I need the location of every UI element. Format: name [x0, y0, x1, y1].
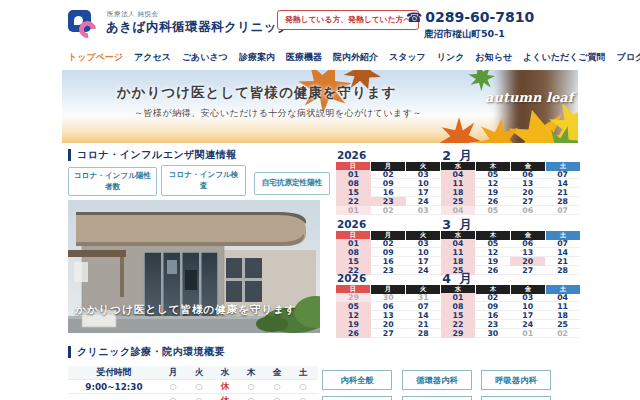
- calendar-date-cell: 02: [545, 329, 580, 338]
- calendar-date-cell: 19: [475, 257, 510, 266]
- nav-item-7[interactable]: リンク: [437, 51, 465, 64]
- calendar-date-cell: 16: [371, 257, 406, 266]
- hours-time: 9:00~12:30: [68, 382, 160, 392]
- calendar-date-cell: 09: [371, 179, 406, 188]
- photo-caption: かかりつけ医として皆様の健康を守ります: [75, 303, 297, 317]
- nav-item-5[interactable]: 院内外紹介: [333, 51, 378, 64]
- calendar-date-cell: 04: [441, 170, 476, 179]
- calendar-date-cell: 24: [406, 197, 441, 206]
- calendar-date-cell: 25: [441, 197, 476, 206]
- calendar-date-cell: 11: [441, 248, 476, 257]
- department-button-row2-1[interactable]: [402, 396, 472, 400]
- nav-item-3[interactable]: 診療案内: [239, 51, 275, 64]
- calendar-date-cell: 20: [371, 320, 406, 329]
- calendar-date-cell: 15: [336, 188, 371, 197]
- calendar-date-cell: 04: [545, 293, 580, 302]
- calendar-date-cell: 12: [475, 179, 510, 188]
- calendar-date-cell: 03: [510, 293, 545, 302]
- calendar-date-cell: 01: [510, 329, 545, 338]
- calendar-date-cell: 02: [371, 206, 406, 215]
- department-button-row2-2[interactable]: [481, 396, 551, 400]
- calendar-date-cell: 06: [510, 170, 545, 179]
- hours-header-cell: 月: [160, 367, 186, 379]
- calendar-date-cell: 22: [336, 197, 371, 206]
- department-button-2[interactable]: 呼吸器内科: [481, 370, 551, 390]
- nav-item-0[interactable]: トップページ: [68, 51, 123, 64]
- calendar-date-cell: 06: [371, 302, 406, 311]
- calendar-date-cell: 11: [545, 302, 580, 311]
- corona-info-button-2[interactable]: 自宅抗原定性陽性: [254, 172, 330, 195]
- nav-item-9[interactable]: よくいただくご質問: [523, 51, 605, 64]
- department-button-0[interactable]: 内科全般: [322, 370, 392, 390]
- calendar-date-cell: 04: [441, 239, 476, 248]
- calendar-date-cell: 02: [475, 293, 510, 302]
- nav-item-1[interactable]: アクセス: [134, 51, 171, 64]
- calendar-date-cell: 14: [545, 179, 580, 188]
- calendar-date-cell: 14: [545, 248, 580, 257]
- section-bar: [68, 346, 71, 358]
- calendar-date-cell: 05: [475, 206, 510, 215]
- calendar-week-row: 01020304050607: [336, 206, 580, 215]
- calendar-date-cell: 16: [371, 188, 406, 197]
- calendar-week-row: 26272829300102: [336, 329, 580, 338]
- calendar-date-cell: 27: [371, 329, 406, 338]
- reception-hours-table: 受付時間月火水木金土9:00~12:30○○休○○○○○休○○○: [68, 366, 318, 400]
- phone-value: 0289-60-7810: [425, 9, 534, 25]
- calendar-date-cell: 13: [371, 311, 406, 320]
- hero-banner: かかりつけ医として皆様の健康を守ります ～皆様が納得、安心いただける十分な病状説…: [62, 70, 578, 143]
- calendar-week-row: 08091011121314: [336, 179, 580, 188]
- calendar-week-row: 05060708091011: [336, 302, 580, 311]
- clinic-photo-slideshow[interactable]: かかりつけ医として皆様の健康を守ります: [68, 200, 320, 333]
- department-button-1[interactable]: 循環器内科: [402, 370, 472, 390]
- calendar-date-cell: 23: [475, 320, 510, 329]
- calendar-date-cell: 15: [336, 257, 371, 266]
- clinic-address: 鹿沼市樅山町50-1: [424, 28, 505, 41]
- hours-header-cell: 木: [238, 367, 264, 379]
- hero-corner-label: autumn leaf: [485, 90, 573, 105]
- clinic-logo-icon[interactable]: [68, 8, 104, 42]
- hero-title: かかりつけ医として皆様の健康を守ります: [117, 84, 397, 102]
- nav-item-8[interactable]: お知らせ: [475, 51, 512, 64]
- nav-item-10[interactable]: ブログ: [617, 51, 640, 64]
- calendar-date-cell: 01: [336, 170, 371, 179]
- header: 医療法人 純悦会 あきば内科循環器科クリニック 発熱している方、発熱していた方へ…: [0, 0, 640, 48]
- nav-item-6[interactable]: スタッフ: [389, 51, 426, 64]
- hours-row-0: 9:00~12:30○○休○○○: [68, 380, 318, 394]
- fever-notice-button[interactable]: 発熱している方、発熱していた方へ: [277, 10, 419, 30]
- phone-number: ☎0289-60-7810: [406, 9, 534, 25]
- calendar-date-cell: 30: [371, 293, 406, 302]
- department-button-row2-0[interactable]: [322, 396, 392, 400]
- corona-buttons: コロナ・インフル陽性者数コロナ・インフル検査自宅抗原定性陽性: [68, 163, 330, 201]
- calendar-date-cell: 31: [406, 293, 441, 302]
- calendar-date-cell: 10: [510, 302, 545, 311]
- hours-header-cell: 受付時間: [68, 367, 160, 379]
- calendar-date-cell: 01: [336, 206, 371, 215]
- corona-info-button-0[interactable]: コロナ・インフル陽性者数: [68, 167, 157, 196]
- calendar-date-cell: 01: [336, 239, 371, 248]
- calendar-date-cell: 18: [441, 257, 476, 266]
- calendar-week-row: 29303101020304: [336, 293, 580, 302]
- corona-info-button-1[interactable]: コロナ・インフル検査: [161, 165, 246, 196]
- section-bar: [68, 149, 71, 161]
- calendar-head: 20264 月: [336, 272, 580, 285]
- calendar-month-2: 20264 月日月火水木金土29303101020304050607080910…: [336, 272, 580, 338]
- calendar-week-row: 12131415161718: [336, 311, 580, 320]
- calendar-date-cell: 10: [406, 248, 441, 257]
- calendar-date-cell: 12: [475, 248, 510, 257]
- calendar-week-row: 19202122232425: [336, 320, 580, 329]
- hours-cell: ○: [186, 382, 212, 391]
- overview-section-title: クリニック診療・院内環境概要: [68, 345, 225, 359]
- department-buttons: 内科全般循環器内科呼吸器内科: [322, 368, 580, 400]
- calendar-date-cell: 08: [336, 179, 371, 188]
- calendar-week-row: 15161718192021: [336, 188, 580, 197]
- calendar-date-cell: 18: [545, 311, 580, 320]
- calendar-date-cell: 01: [441, 293, 476, 302]
- calendar-date-cell: 21: [545, 188, 580, 197]
- calendar-date-cell: 17: [406, 257, 441, 266]
- calendar-date-cell: 20: [510, 188, 545, 197]
- calendar-date-cell: 15: [441, 311, 476, 320]
- calendar-date-cell: 21: [406, 320, 441, 329]
- calendar-date-cell: 13: [510, 179, 545, 188]
- nav-item-4[interactable]: 医療機器: [286, 51, 322, 64]
- nav-item-2[interactable]: ごあいさつ: [182, 51, 228, 64]
